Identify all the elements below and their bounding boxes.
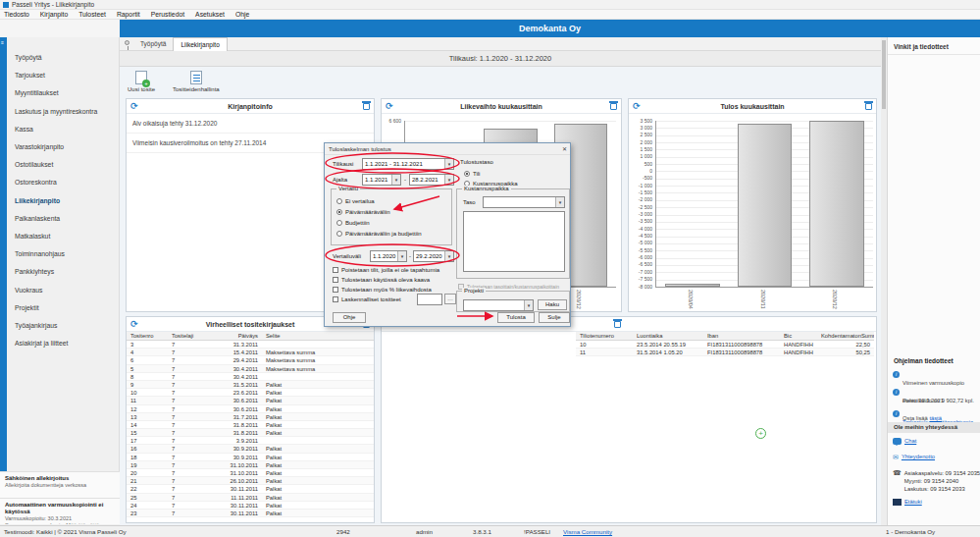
table-row[interactable]: 24730.11.2011Palkat — [127, 502, 374, 510]
menu-item[interactable]: Tiedosto — [4, 11, 29, 18]
trash-icon[interactable] — [865, 103, 872, 110]
calendar-dropdown-icon[interactable]: ▾ — [444, 175, 453, 185]
checkbox-icon[interactable] — [333, 287, 338, 293]
table-row[interactable]: 1023.5.2014 20.55.19FI1831311000898878HA… — [576, 341, 874, 349]
table-row[interactable]: 10723.6.2011Palkat — [127, 389, 374, 397]
sidebar-item[interactable]: Matkalaskut — [7, 228, 119, 245]
refresh-icon[interactable]: ⟳ — [633, 101, 641, 111]
sidebar-notice[interactable]: Sähköinen allekirjoitusAllekirjoita doku… — [0, 471, 120, 498]
tab-inactive[interactable]: Työpöytä — [133, 37, 173, 51]
radio-icon[interactable] — [336, 198, 342, 204]
trash-icon[interactable] — [363, 103, 370, 110]
table-row[interactable]: 16730.9.2011Palkat — [127, 445, 374, 453]
table-row[interactable]: 6729.4.2011Maksettava summa — [127, 356, 374, 364]
menu-item[interactable]: Kirjanpito — [40, 11, 68, 18]
sidebar-item[interactable]: Vuokraus — [7, 282, 119, 299]
level-select[interactable]: ▾ — [483, 196, 565, 208]
menu-item[interactable]: Tulosteet — [78, 11, 106, 18]
chevron-down-icon[interactable]: ▾ — [524, 300, 533, 310]
checkbox-option[interactable]: Tulostetaan käytössä oleva kaava — [333, 275, 430, 285]
calendar-dropdown-icon[interactable]: ▾ — [444, 251, 453, 261]
table-row[interactable]: 20731.10.2011Palkat — [127, 469, 374, 477]
table-row[interactable]: 14731.8.2011Palkat — [127, 421, 374, 429]
sidebar-item[interactable]: Toiminnanohjaus — [7, 245, 119, 263]
checkbox-option[interactable]: Poistetaan tilit, joilla ei ole tapahtum… — [333, 265, 439, 275]
table-row[interactable]: 23730.11.2011Palkat — [127, 510, 374, 517]
print-button[interactable]: Tulosta — [497, 312, 535, 323]
radio-option[interactable]: Päivämääräväliin — [336, 207, 390, 217]
table-row[interactable]: 8730.4.2011 — [127, 373, 374, 381]
table-row[interactable]: 5730.4.2011Maksettava summa — [127, 365, 374, 373]
sidebar-item[interactable]: Asiakirjat ja liitteet — [7, 335, 119, 352]
browse-button[interactable]: … — [444, 294, 456, 304]
fiscal-year-select[interactable]: 1.1.2021 - 31.12.2021 ▾ — [362, 158, 454, 170]
menu-item[interactable]: Perustiedot — [151, 11, 184, 18]
scrollbar-thumb[interactable] — [882, 40, 886, 109]
radio-option[interactable]: Ei vertailua — [336, 196, 375, 206]
date-from-field[interactable]: 1.1.2021 ▾ — [362, 174, 401, 186]
table-row[interactable]: 1773.9.2011 — [127, 437, 374, 445]
chat-link[interactable]: Chat — [893, 438, 977, 445]
table-row[interactable]: 3731.3.2011 — [127, 341, 374, 349]
sidebar-item[interactable]: Työajankirjaus — [7, 317, 119, 335]
radio-option[interactable]: Tili — [464, 169, 480, 179]
checkbox-option[interactable]: Laskennalliset tositteet — [333, 295, 401, 304]
contact-link[interactable]: ✉ Yhteydenotto — [893, 454, 977, 460]
table-row[interactable]: 12730.6.2011Palkat — [127, 405, 374, 413]
radio-option[interactable]: Päivämääräväliin ja budjettiin — [336, 229, 422, 239]
sidebar-item[interactable]: Liikekirjanpito — [7, 192, 119, 210]
sidebar-notice[interactable]: Automaattinen varmuuskopiointi ei käytös… — [0, 498, 120, 524]
sidebar-item[interactable]: Myyntitilaukset — [7, 84, 119, 102]
checkbox-icon[interactable] — [333, 296, 338, 302]
close-icon[interactable]: ✕ — [562, 143, 567, 155]
compare-from-field[interactable]: 1.1.2020 ▾ — [370, 250, 407, 262]
table-row[interactable]: 15731.8.2011Palkat — [127, 429, 374, 437]
voucher-management-button[interactable]: Tositteidenhallinta — [173, 71, 220, 92]
table-row[interactable]: 13731.7.2011Palkat — [127, 413, 374, 421]
pin-icon[interactable] — [125, 40, 129, 45]
menu-item[interactable]: Ohje — [235, 11, 249, 18]
table-row[interactable]: 22730.11.2011Palkat — [127, 485, 374, 493]
date-to-field[interactable]: 28.2.2021 ▾ — [409, 174, 454, 186]
tab-active[interactable]: Liikekirjanpito — [173, 37, 227, 51]
help-button[interactable]: Ohje — [333, 312, 366, 323]
trash-icon[interactable] — [614, 321, 621, 328]
chevron-down-icon[interactable]: ▾ — [555, 197, 564, 207]
checkbox-icon[interactable] — [333, 277, 338, 283]
remote-support-link[interactable]: Etätuki — [893, 499, 977, 506]
compare-to-field[interactable]: 29.2.2020 ▾ — [413, 250, 454, 262]
radio-icon[interactable] — [336, 209, 342, 215]
trash-icon[interactable] — [610, 103, 617, 110]
calc-voucher-field[interactable] — [417, 294, 442, 305]
sidebar-item[interactable]: Tarjoukset — [7, 67, 119, 84]
project-select[interactable]: ▾ — [463, 299, 534, 311]
close-button[interactable]: Sulje — [539, 312, 570, 323]
refresh-icon[interactable]: ⟳ — [386, 101, 393, 111]
table-row[interactable]: 21726.10.2011Palkat — [127, 477, 374, 485]
radio-option[interactable]: Budjettiin — [336, 218, 370, 228]
menu-icon[interactable]: ≡ — [1, 39, 4, 45]
spinner-icon[interactable]: ▾ — [397, 251, 406, 261]
menu-item[interactable]: Asetukset — [195, 11, 225, 18]
radio-icon[interactable] — [464, 171, 470, 177]
add-row-button[interactable]: + — [755, 428, 766, 439]
dialog-titlebar[interactable]: Tuloslaskelman tulostus ✕ — [325, 143, 570, 155]
sidebar-item[interactable]: Ostotilaukset — [7, 156, 119, 174]
table-row[interactable]: 9731.5.2011Palkat — [127, 381, 374, 389]
table-row[interactable]: 11730.6.2011Palkat — [127, 397, 374, 404]
radio-icon[interactable] — [336, 231, 342, 237]
spinner-icon[interactable]: ▾ — [391, 175, 400, 185]
table-row[interactable]: 18730.9.2011Palkat — [127, 454, 374, 461]
radio-icon[interactable] — [336, 220, 342, 226]
table-row[interactable]: 25711.11.2011Palkat — [127, 494, 374, 502]
community-link[interactable]: Visma Community — [563, 528, 612, 535]
cost-center-list[interactable] — [463, 211, 565, 272]
refresh-icon[interactable]: ⟳ — [130, 319, 138, 329]
refresh-icon[interactable]: ⟳ — [130, 101, 138, 111]
sidebar-item[interactable]: Laskutus ja myyntireskontra — [7, 103, 119, 121]
table-row[interactable]: 4715.4.2011Maksettava summa — [127, 349, 374, 356]
sidebar-item[interactable]: Projektit — [7, 299, 119, 317]
sidebar-item[interactable]: Palkanlaskenta — [7, 210, 119, 228]
sidebar-item[interactable]: Varastokirjanpito — [7, 138, 119, 156]
sidebar-item[interactable]: Pankkiyhteys — [7, 263, 119, 281]
